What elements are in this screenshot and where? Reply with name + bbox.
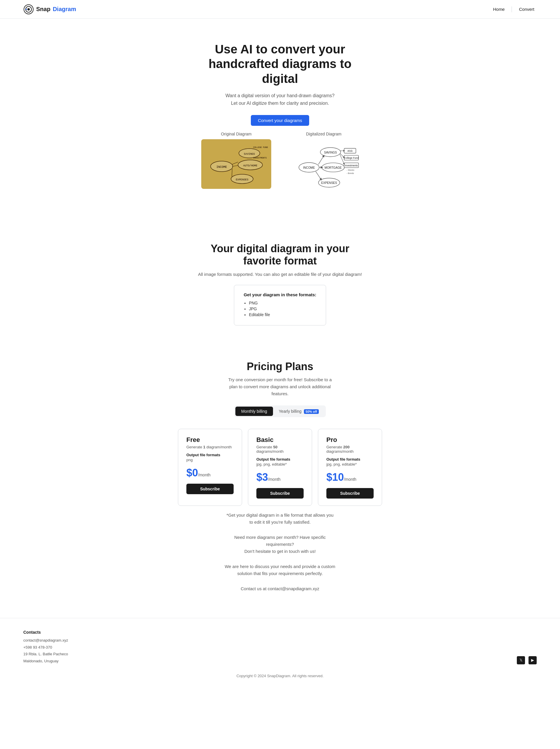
plan-basic-formats-label: Output file formats bbox=[256, 457, 304, 462]
pricing-note: *Get your digital diagram in a file form… bbox=[225, 512, 335, 526]
svg-rect-3 bbox=[26, 9, 27, 10]
svg-line-35 bbox=[316, 172, 321, 180]
format-heading: Your digital diagram in your favorite fo… bbox=[210, 242, 350, 267]
logo[interactable]: SnapDiagram bbox=[23, 4, 76, 15]
plan-pro: Pro Generate 200 diagrams/month Output f… bbox=[318, 429, 382, 506]
navigation: SnapDiagram Home Convert bbox=[0, 0, 560, 19]
plan-basic-subscribe[interactable]: Subscribe bbox=[256, 488, 304, 498]
nav-links: Home Convert bbox=[491, 6, 537, 12]
digital-diagram-col: Digitalized Diagram INCOME SAVINGS MORTG… bbox=[289, 132, 359, 190]
plans-grid: Free Generate 1 diagram/month Output fil… bbox=[169, 429, 391, 506]
plan-basic-price: $3/month bbox=[256, 471, 304, 484]
pricing-contact-1: Need more diagrams per month? Have speci… bbox=[225, 534, 335, 555]
plan-free-formats-val: png bbox=[186, 458, 233, 462]
footer-copyright: Copyright © 2024 SnapDiagram. All rights… bbox=[0, 670, 560, 684]
svg-text:- Stocks: - Stocks bbox=[346, 169, 354, 172]
plan-basic-desc: Generate 50 diagrams/month bbox=[256, 445, 304, 454]
digital-label: Digitalized Diagram bbox=[289, 132, 359, 136]
svg-text:EXPENSES: EXPENSES bbox=[236, 178, 248, 181]
monthly-billing-button[interactable]: Monthly billing bbox=[236, 407, 273, 416]
hero-heading: Use AI to convert your handcrafted diagr… bbox=[193, 42, 367, 86]
plan-pro-subscribe[interactable]: Subscribe bbox=[327, 488, 374, 498]
logo-diagram: Diagram bbox=[53, 6, 76, 13]
plan-pro-desc: Generate 200 diagrams/month bbox=[327, 445, 374, 454]
plan-free: Free Generate 1 diagram/month Output fil… bbox=[178, 429, 242, 506]
plan-free-subscribe[interactable]: Subscribe bbox=[186, 484, 233, 494]
discount-badge: 50% off bbox=[304, 409, 319, 414]
plan-pro-name: Pro bbox=[327, 436, 374, 444]
plan-free-price: $0/month bbox=[186, 467, 233, 479]
plan-basic-name: Basic bbox=[256, 436, 304, 444]
footer: Contacts contact@snapdiagram.xyz +598 93… bbox=[0, 618, 560, 670]
svg-line-14 bbox=[232, 169, 232, 177]
logo-icon bbox=[23, 4, 34, 15]
svg-text:- Bonds: - Bonds bbox=[346, 172, 354, 175]
plan-pro-formats-val: jpg, png, editable* bbox=[327, 462, 374, 467]
nav-home[interactable]: Home bbox=[491, 5, 507, 14]
nav-divider bbox=[512, 6, 512, 12]
original-diagram-col: Original Diagram INCOME SAVINGS AUTO/HOM… bbox=[201, 132, 271, 189]
pricing-subtext: Try one conversion per month for free! S… bbox=[225, 376, 335, 397]
pricing-contact-email: Contact us at contact@snapdiagram.xyz bbox=[225, 585, 335, 592]
original-diagram-image: INCOME SAVINGS AUTO/HOME EXPENSES COLLE bbox=[201, 139, 271, 189]
svg-text:COLLEGE FUND: COLLEGE FUND bbox=[253, 146, 268, 149]
logo-snap: Snap bbox=[36, 6, 50, 13]
svg-text:INVESTMENTS: INVESTMENTS bbox=[253, 157, 267, 159]
svg-text:INCOME: INCOME bbox=[303, 166, 315, 169]
plan-basic-per: /month bbox=[268, 477, 281, 481]
format-list: PNG JPG Editable file bbox=[244, 301, 316, 317]
footer-contact: Contacts contact@snapdiagram.xyz +598 93… bbox=[23, 630, 68, 664]
svg-text:AUTO/HOME: AUTO/HOME bbox=[243, 164, 257, 167]
svg-point-2 bbox=[27, 8, 30, 10]
plan-free-formats-label: Output file formats bbox=[186, 453, 233, 457]
plan-basic-amount: $3 bbox=[256, 471, 268, 483]
plan-free-name: Free bbox=[186, 436, 233, 444]
pricing-section: Pricing Plans Try one conversion per mon… bbox=[0, 343, 560, 618]
digital-diagram-svg: INCOME SAVINGS MORTGAGE EXPENSES 401k Co… bbox=[289, 139, 359, 189]
hero-subtext: Want a digital version of your hand-draw… bbox=[225, 92, 335, 107]
svg-text:College Fund: College Fund bbox=[344, 157, 359, 159]
format-item-png: PNG bbox=[249, 301, 316, 305]
plan-free-desc: Generate 1 diagram/month bbox=[186, 445, 233, 449]
footer-social: 𝕏 ▶ bbox=[517, 656, 537, 664]
diagram-comparison: Original Diagram INCOME SAVINGS AUTO/HOM… bbox=[6, 126, 554, 208]
plan-free-amount: $0 bbox=[186, 467, 198, 479]
nav-convert[interactable]: Convert bbox=[517, 5, 537, 14]
plan-basic-formats-val: jpg, png, editable* bbox=[256, 462, 304, 467]
plan-pro-price: $10/month bbox=[327, 471, 374, 484]
format-box: Get your diagram in these formats: PNG J… bbox=[234, 285, 326, 325]
plan-pro-amount: $10 bbox=[327, 471, 344, 483]
format-item-editable: Editable file bbox=[249, 312, 316, 317]
hero-section: Use AI to convert your handcrafted diagr… bbox=[0, 19, 560, 225]
svg-text:SAVINGS: SAVINGS bbox=[244, 153, 255, 155]
svg-text:EXPENSES: EXPENSES bbox=[321, 181, 337, 185]
format-box-heading: Get your diagram in these formats: bbox=[244, 292, 316, 297]
twitter-icon[interactable]: 𝕏 bbox=[517, 656, 525, 664]
pricing-heading: Pricing Plans bbox=[6, 361, 554, 373]
svg-line-12 bbox=[232, 162, 238, 164]
svg-text:INCOME: INCOME bbox=[217, 166, 227, 169]
format-section: Your digital diagram in your favorite fo… bbox=[0, 225, 560, 343]
original-label: Original Diagram bbox=[201, 132, 271, 136]
footer-contact-details: contact@snapdiagram.xyz +598 93 478-370 … bbox=[23, 637, 68, 664]
svg-text:MORTGAGE: MORTGAGE bbox=[324, 166, 342, 169]
plan-pro-formats-label: Output file formats bbox=[327, 457, 374, 462]
plan-free-per: /month bbox=[198, 473, 210, 477]
pricing-contact-2: We are here to discuss your needs and pr… bbox=[225, 563, 335, 577]
plan-basic: Basic Generate 50 diagrams/month Output … bbox=[248, 429, 312, 506]
svg-line-33 bbox=[318, 156, 324, 164]
format-subtext: All image formats supported. You can als… bbox=[6, 272, 554, 277]
billing-toggle: Monthly billing Yearly billing 50% off bbox=[234, 405, 326, 417]
yearly-billing-button[interactable]: Yearly billing 50% off bbox=[273, 407, 324, 416]
handdrawn-svg: INCOME SAVINGS AUTO/HOME EXPENSES COLLE bbox=[204, 142, 268, 187]
youtube-icon[interactable]: ▶ bbox=[529, 656, 537, 664]
svg-text:Investments: Investments bbox=[345, 164, 358, 167]
plan-pro-per: /month bbox=[344, 477, 356, 481]
svg-line-13 bbox=[232, 166, 238, 166]
hero-cta-button[interactable]: Convert your diagrams bbox=[251, 115, 309, 126]
svg-text:SAVINGS: SAVINGS bbox=[324, 151, 337, 154]
svg-text:401k: 401k bbox=[348, 150, 353, 153]
footer-contacts-heading: Contacts bbox=[23, 630, 68, 635]
format-item-jpg: JPG bbox=[249, 306, 316, 311]
svg-line-38 bbox=[340, 154, 344, 164]
